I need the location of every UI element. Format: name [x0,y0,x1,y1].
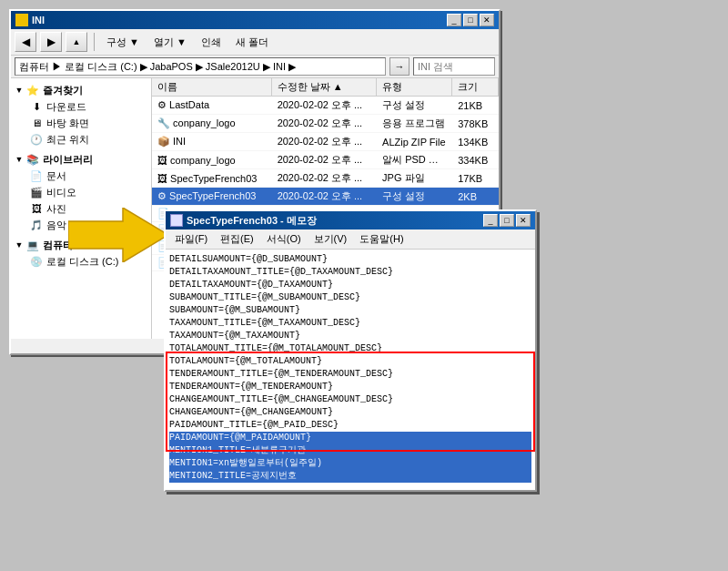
downloads-icon: ⬇ [29,99,44,114]
file-name-cell: 🔧 conpany_logo [152,117,272,130]
file-name-cell: ⚙ LastData [152,98,272,112]
notepad-line: MENTION1_TITLE=세분류구기관 [169,444,531,457]
music-label: 음악 [46,219,66,232]
table-row[interactable]: 🔧 conpany_logo 2020-02-02 오후 ... 응용 프로그램… [152,115,499,133]
file-type-cell: ALZip ZIP File [377,136,452,148]
notepad-line: DETAILSUAMOUNT={@D_SUBAMOUNT} [169,253,531,266]
main-window-title: INI [32,15,45,25]
notepad-maximize-button[interactable]: □ [500,214,514,227]
col-header-size[interactable]: 크기 [452,78,499,96]
file-type-cell: 구성 설정 [377,189,452,204]
table-row[interactable]: 🖼 company_logo 2020-02-02 오후 ... 알씨 PSD … [152,151,499,169]
sidebar-item-documents[interactable]: 📄 문서 [13,168,149,184]
downloads-label: 다운로드 [46,100,86,114]
minimize-button[interactable]: _ [447,14,461,26]
notepad-title-text: SpecTypeFrench03 - 메모장 [187,214,317,228]
file-name-cell: 🖼 company_logo [152,154,272,167]
print-button[interactable]: 인쇄 [196,33,227,52]
menu-help[interactable]: 도움말(H) [354,230,409,248]
file-type-cell: 응용 프로그램 [377,116,452,131]
sidebar-item-video[interactable]: 🎬 비디오 [13,184,149,200]
col-header-name[interactable]: 이름 [152,78,272,96]
notepad-line: SUBAMOUNT={@M_SUBAMOUNT} [169,304,531,317]
menu-format[interactable]: 서식(O) [261,230,307,248]
file-icon: 📦 [157,136,170,147]
go-button[interactable]: → [389,57,410,76]
notepad-icon [170,214,183,227]
file-date-cell: 2020-02-02 오후 ... [272,152,377,168]
menu-edit[interactable]: 편집(E) [215,230,259,248]
table-row[interactable]: ⚙ SpecTypeFrench03 2020-02-02 오후 ... 구성 … [152,188,499,206]
main-toolbar: ◀ ▶ ▲ 구성 ▼ 열기 ▼ 인쇄 새 폴더 [11,29,499,56]
sidebar-item-downloads[interactable]: ⬇ 다운로드 [13,98,149,115]
file-type-cell: 알씨 PSD 파일 [377,152,452,168]
documents-label: 문서 [46,169,66,183]
compose-button[interactable]: 구성 ▼ [101,33,145,52]
favorites-header[interactable]: ▼ ⭐ 즐겨찾기 [13,82,149,98]
open-button[interactable]: 열기 ▼ [148,33,192,52]
favorites-icon: ⭐ [25,83,40,97]
expand-library-icon: ▼ [15,155,24,164]
expand-favorites-icon: ▼ [15,86,24,95]
notepad-line: TOTALAMOUNT={@M_TOTALAMOUNT} [169,355,531,368]
forward-button[interactable]: ▶ [40,32,62,52]
file-name-cell: 📦 INI [152,135,272,148]
favorites-label: 즐겨찾기 [43,84,83,97]
up-button[interactable]: ▲ [66,32,87,52]
sidebar-item-recent[interactable]: 🕐 최근 위치 [13,131,149,148]
sidebar-item-desktop[interactable]: 🖥 바탕 화면 [13,115,149,131]
toolbar-separator-1 [94,33,95,51]
search-input[interactable] [413,57,495,76]
desktop-icon: 🖥 [29,116,44,130]
file-size-cell: 378KB [452,117,499,130]
notepad-title-buttons: _ □ ✕ [483,214,531,227]
notepad-line: DETAILTAXAMOUNT={@D_TAXAMOUNT} [169,279,531,291]
notepad-line: CHANGEAMOUNT={@M_CHANGEAMOUNT} [169,406,531,419]
address-bar: → [11,56,499,78]
file-type-cell: 구성 설정 [377,97,452,113]
folder-icon [15,14,28,26]
notepad-minimize-button[interactable]: _ [483,214,498,227]
file-list-header: 이름 수정한 날짜 ▲ 유형 크기 [152,78,499,97]
notepad-line: TENDERAMOUNT_TITLE={@M_TENDERAMOUNT_DESC… [169,368,531,381]
notepad-close-button[interactable]: ✕ [516,214,531,227]
computer-icon: 💻 [25,238,40,252]
local-disk-icon: 💿 [29,254,44,269]
video-label: 비디오 [46,186,76,199]
notepad-line: TAXAMOUNT={@M_TAXAMOUNT} [169,330,531,342]
col-header-date[interactable]: 수정한 날짜 ▲ [272,78,377,96]
file-date-cell: 2020-02-02 오후 ... [272,189,377,204]
file-date-cell: 2020-02-02 오후 ... [272,134,377,149]
expand-computer-icon: ▼ [15,240,24,250]
library-icon: 📚 [25,152,40,167]
library-header[interactable]: ▼ 📚 라이브러리 [13,151,149,168]
file-size-cell: 21KB [452,99,499,112]
main-title-left: INI [15,14,45,26]
file-size-cell: 334KB [452,154,499,167]
back-button[interactable]: ◀ [15,32,36,52]
file-size-cell: 17KB [452,172,499,185]
library-label: 라이브러리 [43,153,93,167]
col-header-type[interactable]: 유형 [377,78,452,96]
maximize-button[interactable]: □ [463,14,478,26]
file-size-cell: 134KB [452,136,499,148]
table-row[interactable]: ⚙ LastData 2020-02-02 오후 ... 구성 설정 21KB [152,97,499,115]
title-bar-buttons: _ □ ✕ [447,14,494,26]
table-row[interactable]: 🖼 SpecTypeFrench03 2020-02-02 오후 ... JPG… [152,169,499,188]
notepad-line: MENTION2_TITLE=공제지번호 [169,470,531,483]
menu-file[interactable]: 파일(F) [169,230,213,248]
arrow-overlay [68,208,168,262]
file-icon: ⚙ [157,99,167,110]
table-row[interactable]: 📦 INI 2020-02-02 오후 ... ALZip ZIP File 1… [152,133,499,151]
desktop-label: 바탕 화면 [46,117,89,130]
notepad-line: MENTION1=xn발행일로부터(일주일) [169,457,531,470]
new-folder-button[interactable]: 새 폴더 [230,33,274,52]
notepad-content[interactable]: DETAILSUAMOUNT={@D_SUBAMOUNT}DETAILTAXAM… [166,250,535,483]
file-icon: 🔧 [157,117,170,128]
notepad-title-bar: SpecTypeFrench03 - 메모장 _ □ ✕ [166,211,535,229]
menu-view[interactable]: 보기(V) [308,230,353,248]
address-input[interactable] [15,57,386,76]
close-button[interactable]: ✕ [480,14,494,26]
file-icon: 🖼 [157,173,167,184]
recent-icon: 🕐 [29,132,44,147]
